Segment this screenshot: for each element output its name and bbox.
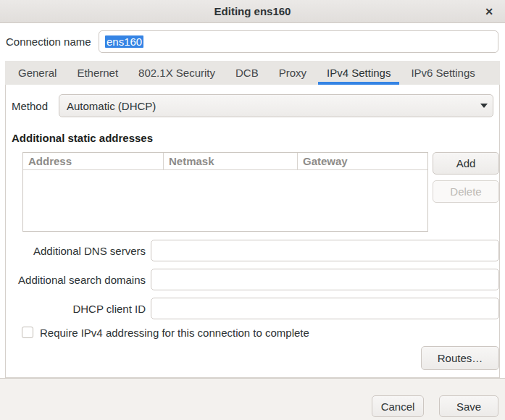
tab-bar: General Ethernet 802.1X Security DCB Pro… [5, 61, 500, 85]
method-value: Automatic (DHCP) [67, 100, 156, 112]
column-header-netmask[interactable]: Netmask [164, 153, 298, 169]
method-label: Method [12, 94, 48, 117]
delete-button: Delete [433, 180, 499, 203]
column-header-address[interactable]: Address [23, 153, 164, 169]
method-dropdown[interactable]: Automatic (DHCP) [59, 94, 493, 117]
tab-general[interactable]: General [8, 61, 67, 85]
require-ipv4-row: Require IPv4 addressing for this connect… [22, 326, 309, 339]
dhcp-client-id-input[interactable] [151, 298, 499, 319]
column-header-gateway[interactable]: Gateway [298, 153, 427, 169]
titlebar[interactable]: Editing ens160 ✕ [0, 0, 505, 23]
cancel-button[interactable]: Cancel [372, 395, 424, 417]
ipv4-settings-page: Method Automatic (DHCP) Additional stati… [5, 85, 500, 378]
table-body-empty[interactable] [23, 170, 427, 232]
routes-button[interactable]: Routes… [421, 346, 499, 370]
dns-servers-input[interactable] [151, 240, 499, 261]
search-domains-label: Additional search domains [11, 269, 146, 290]
dialog-footer: Cancel Save [0, 378, 505, 420]
tab-dcb[interactable]: DCB [225, 61, 269, 85]
tab-proxy[interactable]: Proxy [269, 61, 317, 85]
close-icon[interactable]: ✕ [479, 0, 499, 22]
dns-servers-label: Additional DNS servers [11, 240, 146, 261]
static-addresses-title: Additional static addresses [12, 132, 153, 144]
dhcp-client-id-label: DHCP client ID [11, 298, 146, 319]
edit-connection-dialog: Editing ens160 ✕ Connection name ens160 … [0, 0, 505, 420]
window-title: Editing ens160 [214, 5, 291, 17]
tab-ethernet[interactable]: Ethernet [67, 61, 128, 85]
require-ipv4-label[interactable]: Require IPv4 addressing for this connect… [40, 327, 309, 339]
search-domains-input[interactable] [151, 269, 499, 290]
tab-ipv4-settings[interactable]: IPv4 Settings [317, 61, 401, 85]
require-ipv4-checkbox[interactable] [22, 327, 33, 338]
tab-8021x-security[interactable]: 802.1X Security [128, 61, 225, 85]
static-addresses-table[interactable]: Address Netmask Gateway [22, 152, 428, 232]
table-header: Address Netmask Gateway [23, 153, 427, 170]
add-button[interactable]: Add [433, 152, 499, 175]
connection-name-input[interactable]: ens160 [99, 30, 498, 53]
save-button[interactable]: Save [439, 395, 498, 417]
selected-text: ens160 [105, 35, 143, 48]
connection-name-label: Connection name [6, 30, 91, 53]
tab-ipv6-settings[interactable]: IPv6 Settings [401, 61, 485, 85]
chevron-down-icon [480, 104, 488, 108]
